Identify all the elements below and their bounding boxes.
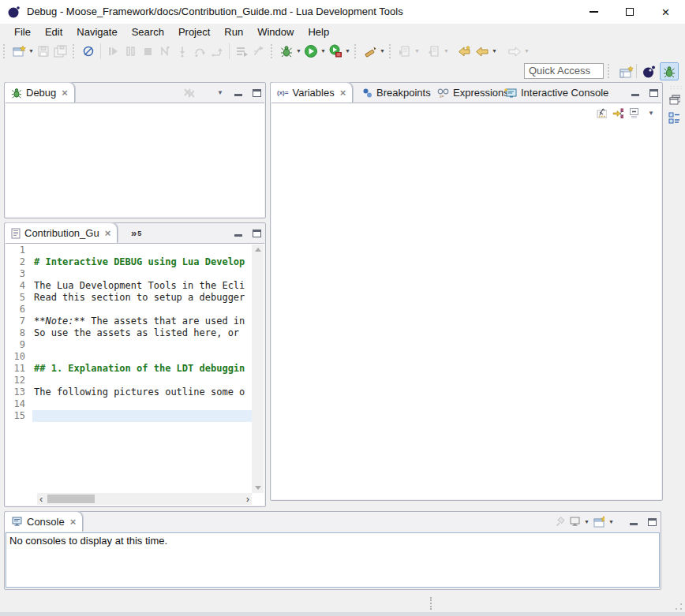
editor-horizontal-scrollbar[interactable]: ‹ ›: [37, 493, 252, 505]
disconnect-button[interactable]: [156, 43, 174, 60]
step-into-button[interactable]: [174, 43, 191, 60]
menu-help[interactable]: Help: [301, 24, 336, 40]
menu-file[interactable]: File: [7, 24, 38, 40]
editor-line[interactable]: 4The Lua Development Tools in the Ecli: [6, 280, 252, 292]
menu-window[interactable]: Window: [250, 24, 301, 40]
show-type-names-icon[interactable]: [596, 107, 607, 118]
save-button[interactable]: [35, 43, 52, 60]
hidden-editors-chevron[interactable]: »5: [125, 223, 148, 243]
forward-dropdown[interactable]: ▼: [523, 43, 530, 60]
editor-line[interactable]: 8So use the assets as listed here, or: [6, 327, 252, 339]
editor-vertical-scrollbar[interactable]: [252, 245, 264, 493]
scrollbar-thumb[interactable]: [47, 495, 95, 503]
view-menu-icon[interactable]: ▼: [646, 107, 657, 118]
save-all-button[interactable]: [52, 43, 69, 60]
restore-view-button[interactable]: [669, 94, 680, 105]
new-wizard-dropdown[interactable]: ▼: [28, 43, 35, 60]
tab-close-icon[interactable]: ×: [340, 87, 346, 99]
editor-line[interactable]: 11## 1. Explanation of the LDT debuggin: [6, 363, 252, 375]
quick-access-input[interactable]: Quick Access: [524, 63, 604, 79]
back-dropdown[interactable]: ▼: [491, 43, 498, 60]
debug-button[interactable]: [278, 43, 295, 60]
perspective-lua-button[interactable]: [640, 63, 657, 80]
console-content[interactable]: No consoles to display at this time.: [6, 532, 660, 588]
editor-line[interactable]: 12: [6, 375, 252, 386]
step-return-button[interactable]: [208, 43, 226, 60]
last-edit-location-button[interactable]: [456, 43, 474, 60]
skip-all-breakpoints-button[interactable]: [80, 43, 97, 60]
step-over-button[interactable]: [191, 43, 208, 60]
collapse-all-icon[interactable]: [629, 107, 640, 118]
editor-content[interactable]: 12# Interactive DEBUG using Lua Develop3…: [6, 243, 264, 506]
open-console-icon[interactable]: [593, 517, 605, 528]
run-last-coverage-button[interactable]: [327, 43, 344, 60]
previous-annotation-button[interactable]: [425, 43, 443, 60]
window-maximize-button[interactable]: [612, 0, 647, 24]
window-close-button[interactable]: ×: [648, 0, 683, 24]
maximize-view-button[interactable]: [648, 88, 659, 99]
minimize-view-button[interactable]: [233, 228, 244, 239]
debug-dropdown[interactable]: ▼: [295, 43, 302, 60]
perspective-debug-button[interactable]: [660, 62, 679, 80]
maximize-view-button[interactable]: [251, 228, 262, 239]
tab-variables[interactable]: (x)= Variables ×: [271, 83, 353, 103]
new-wizard-button[interactable]: [10, 43, 28, 60]
pin-console-icon[interactable]: [555, 517, 566, 528]
show-logical-structure-icon[interactable]: [612, 107, 623, 118]
menu-search[interactable]: Search: [125, 24, 171, 40]
next-annotation-button[interactable]: [396, 43, 414, 60]
editor-line[interactable]: 2# Interactive DEBUG using Lua Develop: [6, 256, 252, 268]
maximize-view-button[interactable]: [646, 517, 657, 528]
tab-breakpoints[interactable]: Breakpoints: [356, 83, 437, 103]
editor-line[interactable]: 5Read this section to setup a debugger: [6, 292, 252, 304]
tab-close-icon[interactable]: ×: [62, 87, 68, 99]
remove-all-terminated-button[interactable]: [183, 88, 194, 99]
menu-edit[interactable]: Edit: [38, 24, 69, 40]
window-resize-grip[interactable]: [675, 603, 683, 610]
editor-line[interactable]: 6: [6, 304, 252, 315]
menu-navigate[interactable]: Navigate: [69, 24, 124, 40]
editor-line[interactable]: 10: [6, 351, 252, 363]
view-menu-icon[interactable]: ▼: [215, 88, 226, 99]
tab-debug[interactable]: Debug ×: [5, 83, 75, 103]
editor-text-area[interactable]: 12# Interactive DEBUG using Lua Develop3…: [6, 245, 252, 493]
editor-line[interactable]: 13The following pictures outline some o: [6, 386, 252, 398]
suspend-button[interactable]: [122, 43, 139, 60]
display-console-dropdown[interactable]: ▼: [583, 513, 590, 531]
run-coverage-dropdown[interactable]: ▼: [344, 43, 351, 60]
maximize-view-button[interactable]: [251, 88, 262, 99]
tab-interactive-console[interactable]: Interactive Console: [498, 83, 615, 103]
run-button[interactable]: [302, 43, 320, 60]
editor-line[interactable]: 3: [6, 268, 252, 280]
terminate-button[interactable]: [139, 43, 156, 60]
menu-run[interactable]: Run: [217, 24, 250, 40]
editor-line[interactable]: 14: [6, 398, 252, 410]
external-tools-dropdown[interactable]: ▼: [379, 43, 386, 60]
run-dropdown[interactable]: ▼: [320, 43, 327, 60]
forward-button[interactable]: [506, 43, 523, 60]
drop-to-frame-button[interactable]: [233, 43, 250, 60]
menu-project[interactable]: Project: [171, 24, 217, 40]
display-selected-console-icon[interactable]: [569, 517, 580, 528]
next-annotation-dropdown[interactable]: ▼: [414, 43, 421, 60]
minimize-view-button[interactable]: [630, 88, 641, 99]
tab-close-icon[interactable]: ×: [70, 516, 77, 528]
open-console-dropdown[interactable]: ▼: [608, 513, 615, 531]
previous-annotation-dropdown[interactable]: ▼: [443, 43, 450, 60]
editor-line[interactable]: 9: [6, 339, 252, 351]
editor-line[interactable]: 7**Note:** The assets that are used in: [6, 315, 252, 327]
external-tools-button[interactable]: [361, 43, 379, 60]
resume-button[interactable]: [104, 43, 122, 60]
outline-view-icon[interactable]: [668, 113, 679, 124]
editor-line[interactable]: 1: [6, 245, 252, 256]
tab-editor-contribution-guide[interactable]: Contribution_Gu ×: [5, 223, 118, 243]
tab-close-icon[interactable]: ×: [105, 227, 111, 239]
editor-line[interactable]: 15: [6, 410, 252, 422]
open-perspective-button[interactable]: [618, 63, 635, 80]
minimize-view-button[interactable]: [628, 517, 639, 528]
window-minimize-button[interactable]: [576, 0, 612, 24]
back-button[interactable]: [474, 43, 491, 60]
tab-console[interactable]: Console ×: [5, 512, 83, 532]
minimize-view-button[interactable]: [233, 88, 244, 99]
use-step-filters-button[interactable]: [250, 43, 268, 60]
